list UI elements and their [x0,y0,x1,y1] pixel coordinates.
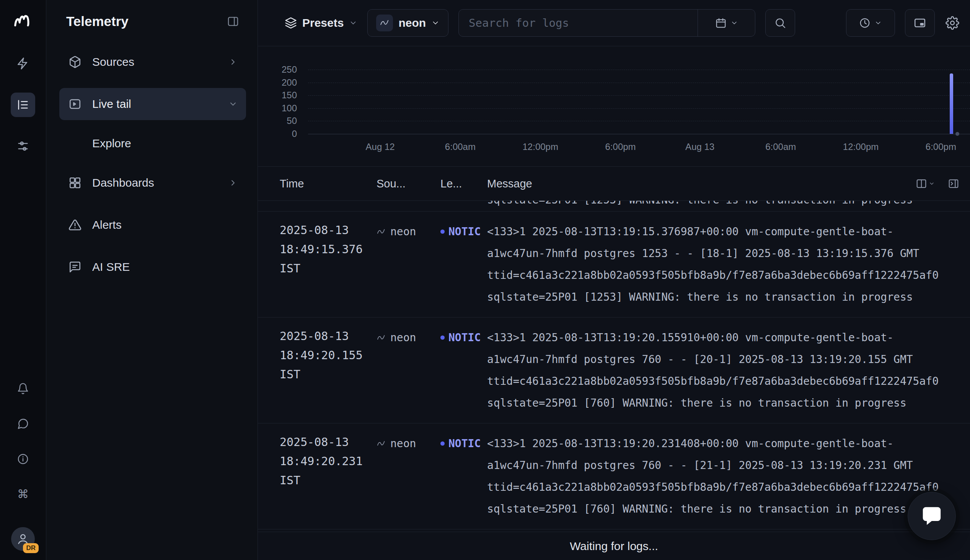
avatar-badge: DR [23,543,38,553]
bell-icon[interactable] [15,381,31,396]
user-avatar[interactable]: DR [11,527,35,551]
sidebar-item-label: Sources [92,55,228,68]
chevron-down-icon [349,19,357,27]
chart-x-axis: Aug 12 6:00am 12:00pm 6:00pm Aug 13 6:00… [308,142,970,154]
chat-bubble-icon[interactable] [15,416,31,432]
chart-scrub-dot[interactable] [955,132,959,136]
sidebar-item-ai-sre[interactable]: AI SRE [59,251,246,283]
log-level: NOTIC [440,433,487,520]
y-tick: 0 [292,128,297,139]
collapse-sidebar-icon[interactable] [227,15,239,28]
clock-icon [859,17,870,29]
sidebar-item-label: Alerts [92,218,238,232]
rail-item-metrics[interactable] [11,134,35,158]
level-dot-icon [440,230,445,234]
columns-settings-button[interactable] [916,178,935,189]
table-view-options [916,178,959,189]
gridline [308,108,970,108]
sidebar-item-dashboards[interactable]: Dashboards [59,167,246,199]
level-dot-icon [440,335,445,340]
chart-y-axis: 250 200 150 100 50 0 [258,70,302,134]
time-range-dropdown[interactable] [846,9,895,37]
chart-bar[interactable] [950,73,953,134]
x-tick: 12:00pm [523,142,558,152]
log-level-label: NOTIC [448,327,481,348]
log-level-label: NOTIC [448,433,481,455]
log-clock: 18:49:15.376 [280,240,377,259]
x-tick: Aug 13 [685,142,714,152]
support-chat-button[interactable] [908,492,956,540]
log-tz: IST [280,471,377,490]
log-message-line: a1wc47un-7hmfd postgres 1253 - - [18-1] … [487,243,959,264]
sidebar: Telemetry Sources Live tail Expl [46,0,258,560]
source-icon [377,433,386,455]
sidebar-item-alerts[interactable]: Alerts [59,209,246,241]
neon-source-icon [376,15,393,32]
chart-plot-area[interactable] [308,70,970,134]
rail-item-logs[interactable] [11,93,35,117]
saved-filters-dropdown[interactable] [698,10,755,36]
presets-dropdown[interactable]: Presets [285,17,357,30]
log-message-line: <133>1 2025-08-13T13:19:20.231408+00:00 … [487,433,959,455]
log-clock: 18:49:20.155 [280,346,377,365]
search-input[interactable] [459,10,698,36]
chevron-down-icon [929,180,935,187]
log-list[interactable]: sqlstate=25P01 [1253] WARNING: there is … [258,201,970,532]
log-table-header: Time Sou... Le... Message [258,167,970,201]
log-level: NOTIC [440,327,487,414]
y-tick: 100 [282,103,297,113]
rail-item-quickstart[interactable] [11,51,35,76]
column-header-source[interactable]: Sou... [377,177,440,190]
column-header-message: Message [487,177,959,190]
search-button[interactable] [765,9,795,37]
log-tz: IST [280,365,377,384]
calendar-icon [715,17,727,29]
x-tick: 6:00pm [926,142,956,152]
log-message-clipped: sqlstate=25P01 [1253] WARNING: there is … [487,201,970,211]
info-icon[interactable] [15,452,31,467]
column-header-level[interactable]: Le... [440,177,487,190]
chevron-down-icon [228,100,238,108]
y-tick: 200 [282,77,297,88]
sidebar-item-live-tail[interactable]: Live tail [59,88,246,120]
log-date: 2025-08-13 [280,327,377,346]
log-date: 2025-08-13 [280,433,377,452]
log-message-line: ttid=c461a3c221a8bb02a0593f505bfb8a9b/f7… [487,264,959,286]
log-row[interactable]: 2025-08-13 18:49:20.231 IST neon NOTIC <… [258,423,970,529]
log-time: 2025-08-13 18:49:20.231 IST [280,433,377,520]
log-message-line: a1wc47un-7hmfd postgres 760 - - [20-1] 2… [487,348,959,370]
sidebar-item-explore[interactable]: Explore [59,130,246,157]
source-selector[interactable]: neon [367,9,448,37]
log-source-name: neon [390,433,416,455]
column-header-time[interactable]: Time [280,177,377,190]
log-tz: IST [280,259,377,278]
sidebar-item-sources[interactable]: Sources [59,46,246,78]
sidebar-item-label: Dashboards [92,176,228,189]
column-header-message-label[interactable]: Message [487,177,532,190]
sidebar-item-label: Live tail [92,98,228,110]
y-tick: 50 [287,115,297,126]
log-message: <133>1 2025-08-13T13:19:15.376987+00:00 … [487,221,959,308]
gridline [308,70,970,70]
log-time: 2025-08-13 18:49:20.155 IST [280,327,377,414]
log-time: 2025-08-13 18:49:15.376 IST [280,221,377,308]
log-row-clipped[interactable]: sqlstate=25P01 [1253] WARNING: there is … [258,201,970,212]
x-tick: Aug 12 [366,142,395,152]
command-icon[interactable]: ⌘ [15,487,31,502]
app-root: ⌘ DR Telemetry Sources [0,0,970,560]
level-dot-icon [440,442,445,446]
package-icon [68,55,82,68]
rail-bottom-group: ⌘ DR [11,381,35,551]
chat-icon [920,504,943,528]
y-tick: 250 [282,64,297,75]
picture-in-picture-icon [913,17,927,30]
split-view-button[interactable] [948,178,959,189]
settings-button[interactable] [945,16,959,30]
sidebar-item-label: Explore [92,137,238,150]
log-row[interactable]: 2025-08-13 18:49:15.376 IST neon NOTIC <… [258,212,970,317]
log-row[interactable]: 2025-08-13 18:49:20.155 IST neon NOTIC <… [258,317,970,423]
pip-view-button[interactable] [905,9,935,37]
log-volume-chart: 250 200 150 100 50 0 Aug 12 6:00am 1 [258,46,970,167]
log-message-line: ttid=c461a3c221a8bb02a0593f505bfb8a9b/f7… [487,476,959,498]
chevron-down-icon [431,19,440,27]
